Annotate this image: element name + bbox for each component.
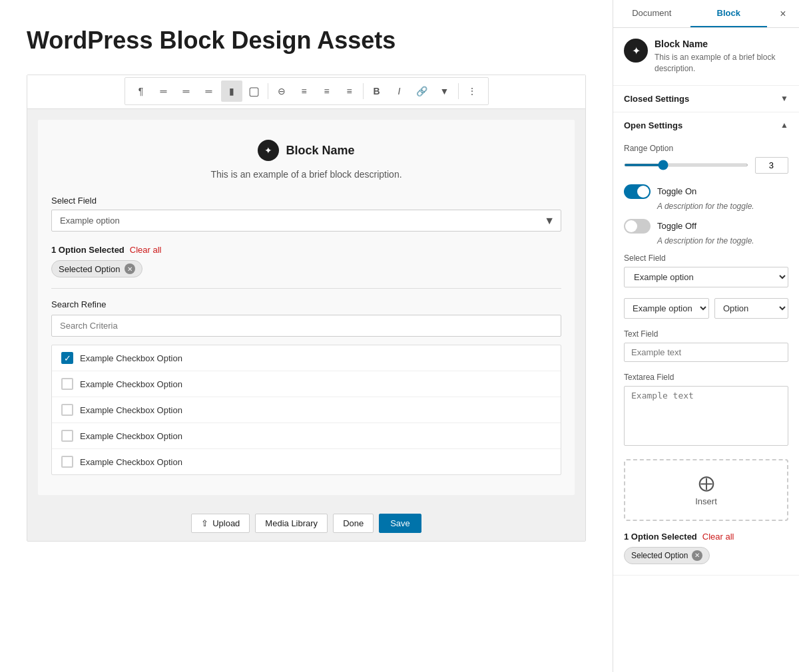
save-label: Save	[390, 518, 410, 528]
search-input[interactable]	[51, 315, 561, 337]
done-label: Done	[343, 518, 364, 528]
toolbar-italic-btn[interactable]: I	[389, 81, 410, 102]
toolbar-link-btn[interactable]: 🔗	[411, 81, 433, 102]
sidebar-select-row: Example option Option	[624, 298, 788, 319]
toolbar-text-center-btn[interactable]: ≡	[316, 81, 338, 102]
close-icon: ×	[780, 8, 786, 20]
toggle-on-switch[interactable]	[624, 184, 651, 199]
selected-option-tag: Selected Option ✕	[51, 260, 142, 277]
checkbox-5[interactable]	[61, 456, 73, 468]
checkbox-item-5: Example Checkbox Option	[52, 449, 561, 474]
sidebar-text-input[interactable]	[624, 343, 788, 362]
multi-select-group: 1 Option Selected Clear all Selected Opt…	[51, 245, 561, 288]
sidebar-close-button[interactable]: ×	[772, 3, 794, 25]
toggle-off-switch[interactable]	[624, 219, 651, 234]
multi-select-header: 1 Option Selected Clear all	[51, 245, 561, 255]
block-header: ✦ Block Name	[51, 140, 561, 161]
range-option-label: Range Option	[624, 144, 788, 153]
sidebar-block-desc: This is an example of a brief block desc…	[655, 52, 788, 75]
sidebar-select-row-1[interactable]: Example option	[624, 298, 709, 319]
block-toolbar: ¶ ═ ═ ═ ▮ ▢ ⊖ ≡ ≡ ≡ B I 🔗 ▼ ⋮	[125, 77, 489, 105]
closed-settings-title: Closed Settings	[624, 94, 689, 104]
toolbar-sep-1	[268, 83, 268, 99]
range-number-input[interactable]	[755, 157, 788, 174]
sidebar-block-title: Block Name	[655, 39, 788, 49]
toolbar-text-left-btn[interactable]: ≡	[294, 81, 315, 102]
upload-button[interactable]: ⇧ Upload	[191, 514, 250, 533]
checkbox-label-3: Example Checkbox Option	[80, 405, 182, 415]
sidebar-select-field-label: Select Field	[624, 253, 788, 263]
main-content: WordPress Block Design Assets ¶ ═ ═ ═ ▮ …	[0, 0, 613, 672]
sidebar-block-icon: ✦	[624, 39, 648, 63]
toggle-on-label: Toggle On	[657, 186, 696, 196]
sidebar-clear-all-link[interactable]: Clear all	[702, 532, 734, 542]
checkbox-1[interactable]: ✓	[61, 352, 73, 364]
done-button[interactable]: Done	[333, 514, 374, 533]
closed-settings-header[interactable]: Closed Settings ▼	[613, 86, 799, 112]
toolbar-text-right-btn[interactable]: ≡	[339, 81, 360, 102]
toggle-off-row: Toggle Off	[624, 219, 788, 234]
toggle-off-knob	[625, 220, 637, 232]
open-settings-header[interactable]: Open Settings ▲	[613, 112, 799, 138]
sidebar-block-info: ✦ Block Name This is an example of a bri…	[613, 28, 799, 86]
toolbar-align-center-btn[interactable]: ═	[176, 81, 197, 102]
checkbox-item-1: ✓ Example Checkbox Option	[52, 345, 561, 371]
checkbox-item-3: Example Checkbox Option	[52, 397, 561, 423]
toolbar-align-right-btn[interactable]: ═	[198, 81, 220, 102]
sidebar-select-row-2[interactable]: Option	[714, 298, 788, 319]
checkbox-2[interactable]	[61, 378, 73, 390]
tab-document[interactable]: Document	[613, 0, 690, 27]
toggle-on-desc: A description for the toggle.	[624, 202, 788, 211]
checkbox-item-4: Example Checkbox Option	[52, 423, 561, 449]
sidebar-tag-remove-button[interactable]: ✕	[692, 550, 702, 561]
block-editor: ¶ ═ ═ ═ ▮ ▢ ⊖ ≡ ≡ ≡ B I 🔗 ▼ ⋮	[27, 75, 586, 542]
checkbox-3[interactable]	[61, 404, 73, 416]
checkbox-item-2: Example Checkbox Option	[52, 371, 561, 397]
tab-block-label: Block	[717, 8, 740, 18]
sidebar-selected-tag: Selected Option ✕	[624, 547, 710, 564]
open-settings-chevron-icon: ▲	[780, 120, 788, 130]
sidebar-block-info-text: Block Name This is an example of a brief…	[655, 39, 788, 75]
checkbox-4[interactable]	[61, 430, 73, 442]
sidebar-select-field[interactable]: Example option	[624, 267, 788, 287]
insert-area[interactable]: ⨁ Insert	[624, 459, 788, 521]
sidebar: Document Block × ✦ Block Name This is an…	[613, 0, 799, 672]
toolbar-align-left-btn[interactable]: ═	[153, 81, 174, 102]
toolbar-more-btn[interactable]: ▼	[434, 81, 455, 102]
search-refine-group: Search Refine ✓ Example Checkbox Option …	[51, 288, 561, 475]
toggle-on-row: Toggle On	[624, 184, 788, 199]
sidebar-textarea-label: Textarea Field	[624, 373, 788, 382]
sidebar-tag-container: Selected Option ✕	[624, 542, 788, 564]
checkbox-label-4: Example Checkbox Option	[80, 431, 182, 441]
tab-document-label: Document	[632, 8, 671, 18]
range-input[interactable]	[624, 164, 748, 166]
block-name-text: Block Name	[286, 144, 354, 158]
toolbar-bold-btn[interactable]: B	[366, 81, 388, 102]
open-settings-accordion: Open Settings ▲ Range Option Toggle On A…	[613, 112, 799, 576]
sidebar-textarea[interactable]	[624, 386, 788, 446]
tab-block[interactable]: Block	[690, 0, 768, 27]
toolbar-image-btn[interactable]: ▢	[244, 81, 265, 102]
toggle-off-desc: A description for the toggle.	[624, 236, 788, 246]
open-settings-title: Open Settings	[624, 120, 682, 130]
toolbar-table-btn[interactable]: ▮	[221, 81, 242, 102]
save-button[interactable]: Save	[379, 514, 421, 533]
media-library-label: Media Library	[265, 518, 318, 528]
checkbox-label-5: Example Checkbox Option	[80, 457, 182, 467]
toolbar-paragraph-btn[interactable]: ¶	[131, 81, 152, 102]
toolbar-dots-btn[interactable]: ⋮	[461, 81, 483, 102]
select-field-label: Select Field	[51, 196, 561, 206]
media-library-button[interactable]: Media Library	[255, 514, 328, 533]
page-title: WordPress Block Design Assets	[27, 27, 586, 55]
bottom-toolbar: ⇧ Upload Media Library Done Save	[27, 506, 585, 541]
select-field[interactable]: Example option	[51, 210, 561, 232]
block-description: This is an example of a brief block desc…	[51, 169, 561, 180]
sidebar-tag-label: Selected Option	[631, 551, 688, 560]
checkbox-label-1: Example Checkbox Option	[80, 353, 182, 363]
toolbar-link-break-btn[interactable]: ⊖	[271, 81, 292, 102]
block-header-icon: ✦	[258, 140, 279, 161]
tag-remove-button[interactable]: ✕	[125, 263, 135, 274]
sidebar-select-wrapper: Example option	[624, 267, 788, 293]
select-field-group: Select Field Example option ▼	[51, 196, 561, 232]
clear-all-link[interactable]: Clear all	[130, 245, 162, 255]
